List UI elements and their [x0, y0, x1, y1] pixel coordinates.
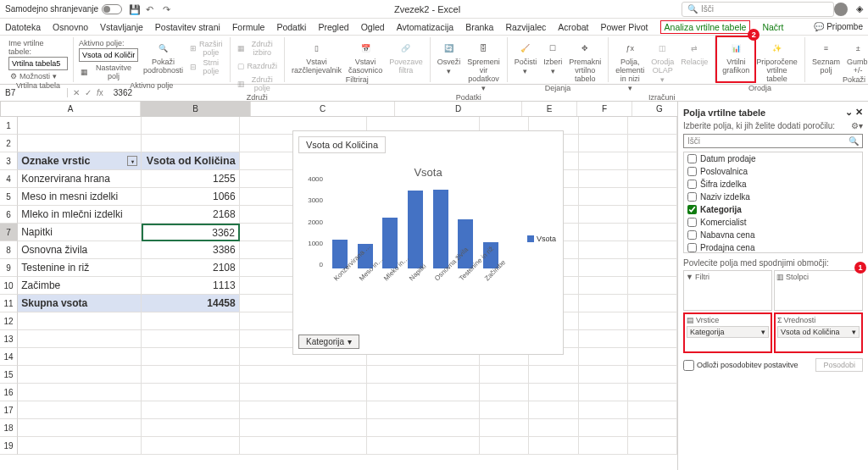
cell[interactable] [18, 419, 142, 437]
cell[interactable] [18, 366, 142, 384]
cell[interactable] [529, 401, 578, 419]
row-header[interactable]: 7 [0, 224, 18, 241]
tab-pivot-analyze[interactable]: Analiza vrtilne tabele [660, 20, 751, 34]
tab-acrobat[interactable]: Acrobat [558, 22, 588, 32]
row-header[interactable]: 18 [0, 419, 18, 437]
row-header[interactable]: 2 [0, 135, 18, 152]
group-selection-button[interactable]: ▦Združi izbiro [236, 39, 280, 58]
field-checkbox[interactable] [687, 167, 697, 176]
chart-bar[interactable] [458, 219, 473, 268]
cell[interactable] [18, 437, 142, 455]
pivot-value[interactable]: 2108 [142, 259, 239, 277]
clear-button[interactable]: 🧹Počisti ▾ [513, 39, 539, 76]
column-header[interactable]: B [141, 102, 251, 116]
tab-file[interactable]: Datoteka [5, 22, 41, 32]
cell[interactable] [240, 401, 368, 419]
row-field-item[interactable]: Kategorija▾ [687, 326, 769, 338]
cell[interactable] [579, 170, 628, 188]
pivot-value[interactable]: 2168 [142, 206, 239, 224]
chart-bar[interactable] [433, 190, 448, 268]
cell[interactable] [18, 312, 142, 330]
pivot-row-label[interactable]: Osnovna živila [18, 241, 142, 259]
tab-review[interactable]: Pregled [318, 22, 348, 32]
buttons-button[interactable]: ±Gumbi +/- [845, 39, 868, 75]
field-checkbox[interactable] [687, 192, 697, 202]
cell[interactable] [240, 366, 368, 384]
cell[interactable] [579, 295, 628, 312]
cell[interactable] [628, 241, 677, 259]
chevron-down-icon[interactable]: ⌄ [845, 107, 853, 117]
cell[interactable] [480, 384, 529, 401]
cell[interactable] [142, 330, 239, 348]
cell[interactable] [529, 366, 578, 384]
cell[interactable] [579, 401, 628, 419]
cell[interactable] [628, 170, 677, 188]
options-button[interactable]: ⚙Možnosti ▾ [8, 71, 58, 81]
pivot-name-input[interactable] [8, 57, 68, 70]
cell[interactable] [529, 437, 578, 455]
field-settings-button[interactable]: ▦Nastavitve polj [79, 63, 138, 81]
insert-slicer-button[interactable]: ▯Vstavi razčlenjevalnik [290, 39, 343, 75]
cell[interactable] [628, 348, 677, 366]
cell[interactable] [142, 419, 239, 437]
cell[interactable] [142, 117, 239, 135]
cell[interactable] [18, 348, 142, 366]
tab-developer[interactable]: Razvijalec [505, 22, 546, 32]
tab-design[interactable]: Načrt [762, 22, 783, 32]
avatar[interactable] [834, 3, 848, 16]
pivot-value[interactable]: 3386 [142, 241, 239, 259]
pivot-row-label[interactable]: Napitki [18, 224, 142, 241]
refresh-button[interactable]: 🔄Osveži ▾ [436, 39, 463, 76]
relationships-button[interactable]: ⇄Relacije [679, 39, 709, 67]
autosave-toggle[interactable]: Samodejno shranjevanje [5, 4, 122, 14]
rows-area[interactable]: ▤Vrstice Kategorija▾ [683, 312, 772, 353]
field-item[interactable]: Komercialist [684, 216, 862, 229]
cell[interactable] [579, 224, 628, 241]
cell[interactable] [18, 401, 142, 419]
field-item[interactable]: Naziv izdelka [684, 191, 862, 203]
expand-field-button[interactable]: ⊞Razširi polje [188, 39, 225, 58]
field-checkbox[interactable] [687, 180, 697, 189]
row-header[interactable]: 1 [0, 117, 18, 135]
cell[interactable] [628, 206, 677, 224]
row-header[interactable]: 11 [0, 295, 18, 312]
cell[interactable] [579, 152, 628, 170]
cell[interactable] [579, 419, 628, 437]
field-item[interactable]: Prodajna cena [684, 241, 862, 253]
row-header[interactable]: 10 [0, 277, 18, 295]
field-checkbox[interactable] [687, 154, 697, 163]
row-header[interactable]: 9 [0, 259, 18, 277]
cell[interactable] [579, 277, 628, 295]
chart-legend[interactable]: Vsota [527, 235, 556, 243]
pivot-value[interactable]: 3362 [142, 224, 240, 241]
cell[interactable] [367, 419, 480, 437]
column-header[interactable]: E [522, 102, 577, 116]
row-header[interactable]: 15 [0, 366, 18, 384]
confirm-icon[interactable]: ✓ [85, 88, 92, 97]
field-checkbox[interactable] [687, 218, 697, 227]
cell[interactable] [628, 135, 677, 152]
cell[interactable] [628, 437, 677, 455]
cell[interactable] [142, 135, 239, 152]
row-header[interactable]: 4 [0, 170, 18, 188]
cell[interactable] [628, 401, 677, 419]
cell[interactable] [628, 330, 677, 348]
pivot-row-label[interactable]: Testenine in riž [18, 259, 142, 277]
cell[interactable] [480, 366, 529, 384]
column-header[interactable]: F [577, 102, 632, 116]
cell[interactable] [367, 384, 480, 401]
undo-icon[interactable]: ↶ [146, 4, 156, 14]
select-button[interactable]: ☐Izberi ▾ [542, 39, 564, 76]
recommended-button[interactable]: ✨Priporočene vrtilne tabele [754, 39, 799, 84]
cell[interactable] [529, 384, 578, 401]
pivot-row-label[interactable]: Začimbe [18, 277, 142, 295]
pivot-value-header[interactable]: Vsota od Količina [142, 152, 239, 170]
cell[interactable] [628, 384, 677, 401]
cell[interactable] [142, 437, 239, 455]
field-checkbox[interactable] [687, 230, 697, 240]
column-header[interactable]: C [251, 102, 395, 116]
cell[interactable] [628, 152, 677, 170]
tab-home[interactable]: Osnovno [53, 22, 88, 32]
field-item[interactable]: Kategorija [684, 203, 862, 216]
cell[interactable] [628, 366, 677, 384]
